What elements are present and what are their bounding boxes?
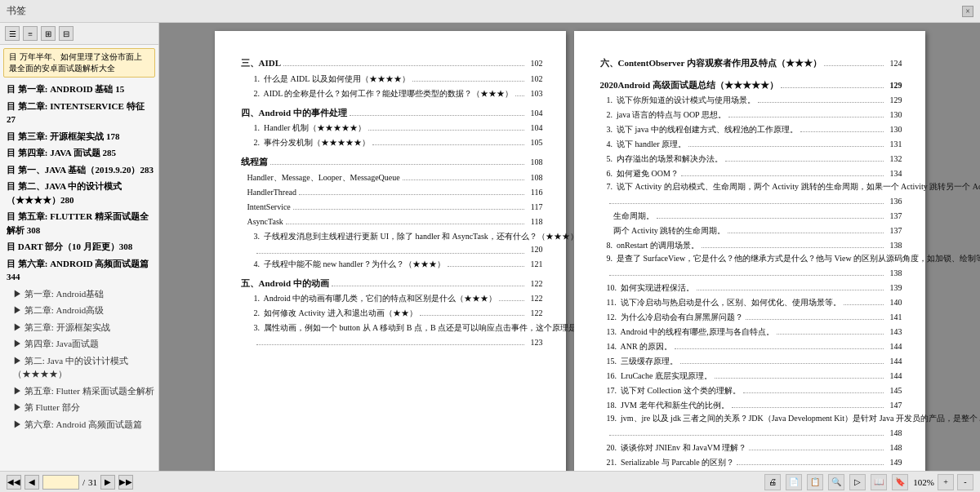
sidebar-item-ch2[interactable]: 目 第二章: INTENTSERVICE 特征 27 — [0, 98, 158, 128]
item-handler: 1. Handler 机制（★★★★★） 104 — [241, 120, 543, 135]
item-q9: 9. 是查了 SurfaceView，它是什么？他的继承方式是什么？他与 Vie… — [600, 252, 902, 280]
item-q2: 2. java 语言的特点与 OOP 思想。 130 — [600, 107, 902, 122]
left-page: 三、AIDL 102 1. 什么是 AIDL 以及如何使用（★★★★） 102 … — [215, 31, 566, 471]
section-events: 四、Android 中的事件处理 104 — [241, 105, 543, 121]
sidebar-btn-1[interactable]: ☰ — [5, 26, 20, 41]
status-icons: 🖨 📄 📋 🔍 ▷ 📖 🔖 102% + - — [764, 474, 973, 490]
title-bar-controls: × — [962, 6, 973, 17]
sidebar-item-java1[interactable]: 目 第一、JAVA 基础（2019.9.20）283 — [0, 162, 158, 179]
sidebar-item-sub7[interactable]: ▶ 第 Flutter 部分 — [0, 399, 158, 416]
sidebar-item-sub8[interactable]: ▶ 第六章: Android 高频面试题篇 — [0, 416, 158, 433]
item-asynctask: AsyncTask 118 — [241, 214, 543, 228]
item-q3: 3. 说下 java 中的线程创建方式、线程池的工作原理。 130 — [600, 122, 902, 136]
sidebar-item-sub1[interactable]: ▶ 第一章: Android基础 — [0, 286, 158, 303]
item-q16: 16. LruCache 底层实现原理。 144 — [600, 368, 902, 383]
item-event-dispatch: 2. 事件分发机制（★★★★★） 105 — [241, 135, 543, 149]
zoom-in-button[interactable]: + — [938, 474, 954, 490]
sidebar-item-sub2[interactable]: ▶ 第二章: Android高级 — [0, 302, 158, 319]
print-icon[interactable]: 🖨 — [764, 474, 781, 490]
item-handler-mq: Handler、Message、Looper、MessageQueue 108 — [241, 170, 543, 184]
sidebar-item-ch1[interactable]: 目 第一章: ANDROID 基础 15 — [0, 81, 158, 98]
sidebar-item-java2[interactable]: 目 第二、JAVA 中的设计模式（★★★★）280 — [0, 178, 158, 208]
zoom-level: 102% — [913, 477, 934, 487]
title-bar-title: 书签 — [7, 4, 26, 18]
status-bar: ◀◀ ◀ 5 / 31 ▶ ▶▶ 🖨 📄 📋 🔍 ▷ 📖 🔖 102% + - — [0, 471, 980, 492]
item-q8: 8. onRestart 的调用场景。 138 — [600, 237, 902, 252]
page-panel[interactable]: 三、AIDL 102 1. 什么是 AIDL 以及如何使用（★★★★） 102 … — [159, 23, 980, 471]
item-intentservice: IntentService 117 — [241, 199, 543, 214]
section-anim: 五、Android 中的动画 122 — [241, 276, 543, 291]
sidebar-btn-4[interactable]: ⊟ — [59, 26, 74, 41]
sidebar-item-flutter[interactable]: 目 第五章: FLUTTER 精采面试题全解析 308 — [0, 208, 158, 238]
search-icon[interactable]: 🔍 — [828, 474, 844, 490]
item-new-handler: 4. 子线程中能不能 new handler？为什么？（★★★） 121 — [241, 256, 543, 271]
sidebar-btn-3[interactable]: ⊞ — [41, 26, 56, 41]
first-page-button[interactable]: ◀◀ — [7, 475, 21, 490]
item-q10: 10. 如何实现进程保活。 139 — [600, 280, 902, 295]
item-thread-update: 3. 子线程发消息到主线程进行更新 UI，除了 handler 和 AsyncT… — [241, 230, 543, 256]
sidebar-item-sub4[interactable]: ▶ 第四章: Java面试题 — [0, 335, 158, 352]
zoom-area: 102% + - — [913, 474, 973, 490]
section-contentobserver: 六、ContentObserver 内容观察者作用及特点（★★★） 124 — [600, 55, 902, 71]
view-icon[interactable]: 📖 — [871, 474, 887, 490]
prev-page-button[interactable]: ◀ — [24, 475, 39, 490]
sidebar-item-sub3[interactable]: ▶ 第三章: 开源框架实战 — [0, 319, 158, 336]
title-bar-left: 书签 — [7, 4, 26, 18]
sidebar-item-dart[interactable]: 目 DART 部分（10 月距更）308 — [0, 238, 158, 255]
zoom-out-button[interactable]: - — [957, 474, 973, 490]
section-aidl: 三、AIDL 102 — [241, 55, 543, 71]
item-q4: 4. 说下 handler 原理。 131 — [600, 136, 902, 151]
sidebar-item-android-adv[interactable]: 目 第六章: ANDROID 高频面试题篇 344 — [0, 255, 158, 286]
item-q15: 15. 三级缓存原理。 144 — [600, 353, 902, 368]
title-bar: 书签 × — [0, 0, 980, 23]
item-aidl-2: 2. AIDL 的全称是什么？如何工作？能处理哪些类型的数据？（★★★） 103 — [241, 86, 543, 100]
item-q14: 14. ANR 的原因。 144 — [600, 339, 902, 353]
doc-area: 三、AIDL 102 1. 什么是 AIDL 以及如何使用（★★★★） 102 … — [159, 23, 980, 471]
item-aidl-1: 1. 什么是 AIDL 以及如何使用（★★★★） 102 — [241, 71, 543, 86]
bookmark-icon[interactable]: 🔖 — [892, 474, 908, 490]
item-q7: 7. 说下 Activity 的启动模式、生命周期，两个 Activity 跳转… — [600, 180, 902, 208]
section-thread: 线程篇 108 — [241, 154, 543, 170]
item-q20: 20. 谈谈你对 JNIEnv 和 JavaVM 理解？ 148 — [600, 440, 902, 454]
item-q13: 13. Android 中的线程有哪些,原理与各自特点。 143 — [600, 324, 902, 339]
item-two-activity-lifecycle: 两个 Activity 跳转的生命周期。 137 — [600, 223, 902, 237]
right-page: 六、ContentObserver 内容观察者作用及特点（★★★） 124 20… — [574, 31, 925, 471]
item-q6: 6. 如何避免 OOM？ 134 — [600, 166, 902, 180]
item-q1: 1. 说下你所知道的设计模式与使用场景。 129 — [600, 92, 902, 107]
item-lifecycle: 生命周期。 137 — [600, 208, 902, 223]
item-anim-3: 3. 属性动画，例如一个 button 从 A 移动到 B 点，B 点还是可以响… — [241, 321, 543, 349]
sidebar: ☰ ≡ ⊞ ⊟ 目 万年半年、如何里理了这份市面上最全面的安卓面试题解析大全 目… — [0, 23, 159, 471]
next-page-button[interactable]: ▶ — [100, 475, 115, 490]
sidebar-item-sub6[interactable]: ▶ 第五章: Flutter 精采面试题全解析 — [0, 383, 158, 400]
page-separator: / — [82, 477, 85, 487]
sidebar-highlight-item[interactable]: 目 万年半年、如何里理了这份市面上最全面的安卓面试题解析大全 — [3, 48, 155, 78]
close-button[interactable]: × — [962, 6, 973, 17]
item-anim-2: 2. 如何修改 Activity 进入和退出动画（★★） 122 — [241, 305, 543, 320]
double-page-view: 三、AIDL 102 1. 什么是 AIDL 以及如何使用（★★★★） 102 … — [215, 31, 925, 471]
sidebar-btn-2[interactable]: ≡ — [23, 26, 38, 41]
item-q5: 5. 内存溢出的场景和解决办法。 132 — [600, 151, 902, 166]
item-handlerthread: HandlerThread 116 — [241, 184, 543, 199]
sidebar-item-ch3[interactable]: 目 第三章: 开源框架实战 178 — [0, 128, 158, 145]
item-anim-1: 1. Android 中的动画有哪几类，它们的特点和区别是什么（★★★） 122 — [241, 290, 543, 305]
sidebar-item-ch4[interactable]: 目 第四章: JAVA 面试题 285 — [0, 144, 158, 162]
item-q11: 11. 说下冷启动与热启动是什么，区别、如何优化、使用场景等。 140 — [600, 295, 902, 309]
doc-icon[interactable]: 📄 — [786, 474, 802, 490]
copy-icon[interactable]: 📋 — [807, 474, 823, 490]
page-number-input[interactable]: 5 — [42, 475, 79, 490]
play-icon[interactable]: ▷ — [849, 474, 866, 490]
item-q19: 19. jvm、jre 以及 jdk 三者之间的关系？JDK（Java Deve… — [600, 412, 902, 440]
item-q18: 18. JVM 老年代和新生代的比例。 147 — [600, 397, 902, 412]
page-total: 31 — [88, 477, 97, 487]
section-2020-summary: 2020Android 高级面试题总结（★★★★★） 129 — [600, 78, 902, 93]
item-q21: 21. Serializable 与 Parcable 的区别？ 149 — [600, 454, 902, 469]
item-q17: 17. 说下对 Collection 这个类的理解。 145 — [600, 383, 902, 397]
last-page-button[interactable]: ▶▶ — [118, 475, 133, 490]
sidebar-toolbar: ☰ ≡ ⊞ ⊟ — [0, 23, 158, 45]
item-q12: 12. 为什么冷启动会有白屏黑屏问题？ 141 — [600, 309, 902, 324]
status-nav: ◀◀ ◀ 5 / 31 ▶ ▶▶ — [7, 475, 133, 490]
sidebar-item-sub5[interactable]: ▶ 第二: Java 中的设计计模式（★★★★） — [0, 352, 158, 383]
main-container: ☰ ≡ ⊞ ⊟ 目 万年半年、如何里理了这份市面上最全面的安卓面试题解析大全 目… — [0, 23, 980, 471]
